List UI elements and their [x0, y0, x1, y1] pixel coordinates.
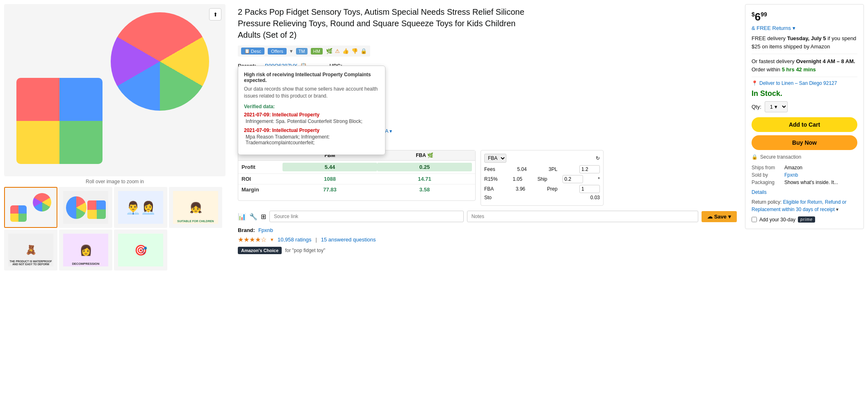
- brand-value[interactable]: Fpxnb: [258, 227, 273, 233]
- lock-icon-secure: 🔒: [752, 154, 758, 160]
- amazons-choice-for: for "pop fidget toy": [285, 248, 325, 253]
- share-button[interactable]: ⬆: [209, 8, 221, 20]
- delivery-separator: [752, 54, 857, 54]
- location-icon: 📍: [752, 80, 758, 86]
- toolbar-icon: 📋: [244, 48, 250, 54]
- ratings-count[interactable]: 10,958 ratings: [278, 237, 311, 243]
- leaf-icon: 🌿: [326, 48, 333, 54]
- toolbar-tm[interactable]: TM: [296, 48, 308, 55]
- fba-fee-label: FBA: [484, 186, 494, 192]
- thumbnail-6[interactable]: 👩 DECOMPRESSION: [59, 230, 112, 271]
- profit-table: FBM FBA 🌿 Profit 5.44 0.25 ROI 1088 14.7…: [238, 150, 476, 201]
- r15-label: R15%: [484, 176, 498, 182]
- packaging-row: Packaging Shows what's inside. It...: [752, 179, 857, 186]
- qty-row: Qty: 1 ▾: [752, 101, 857, 112]
- star-rating[interactable]: ★★★★☆: [238, 236, 267, 243]
- profit-fba: 0.25: [377, 163, 472, 171]
- notes-input[interactable]: [467, 211, 698, 222]
- free-returns[interactable]: & FREE Returns ▾: [752, 25, 857, 31]
- margin-label: Margin: [241, 187, 282, 193]
- thumbnail-1[interactable]: [4, 187, 57, 228]
- share-icon: ⬆: [213, 11, 218, 18]
- thumbup-icon: 👍: [342, 48, 349, 54]
- ip-detail-2: Mpa Reason Trademark; Infringement: Trad…: [244, 134, 379, 146]
- profit-row: Profit 5.44 0.25: [238, 161, 475, 174]
- roi-fba: 14.71: [377, 176, 472, 182]
- thumbnail-4[interactable]: 👧 SUITABLE FOR CHILDREN: [169, 187, 222, 228]
- prep-input[interactable]: [579, 185, 600, 193]
- order-within: Order within: [752, 66, 780, 73]
- answered-questions[interactable]: 15 answered questions: [321, 237, 376, 243]
- fba-sto-row: Sto 0.03: [484, 195, 600, 200]
- in-stock-status: In Stock.: [752, 89, 857, 98]
- thumbnail-4-label: SUITABLE FOR CHILDREN: [174, 220, 217, 223]
- tooltip-title: High risk of receiving Intellectual Prop…: [244, 72, 379, 83]
- refresh-icon[interactable]: ↻: [596, 155, 600, 161]
- fba-panel-header: FBA ↻: [484, 154, 600, 163]
- delivery-info: FREE delivery Tuesday, July 5 if you spe…: [752, 34, 857, 50]
- roi-label: ROI: [241, 176, 282, 182]
- deliver-to[interactable]: 📍 Deliver to Linen – San Diego 92127: [752, 80, 857, 86]
- ratings-sep: |: [315, 237, 317, 243]
- toolbar-offers-label: Offers: [271, 49, 283, 54]
- packaging-value: Shows what's inside. It...: [784, 179, 857, 186]
- source-notes-row: 📊 🔧 ⊞ ☁ Save ▾: [238, 211, 737, 222]
- ship-input[interactable]: [563, 175, 583, 183]
- buy-now-button[interactable]: Buy Now: [752, 135, 857, 150]
- toolbar-hm[interactable]: HM: [311, 48, 323, 55]
- fba-select[interactable]: FBA: [484, 154, 506, 163]
- ip-entry-2: 2021-07-09: Intellectual Property Mpa Re…: [244, 127, 379, 146]
- settings-icon[interactable]: 🔧: [249, 213, 257, 221]
- return-policy: Return policy: Eligible for Return, Refu…: [752, 198, 857, 213]
- chevron-icon[interactable]: ▾: [271, 237, 273, 243]
- product-title: 2 Packs Pop Fidget Sensory Toys, Autism …: [238, 6, 533, 41]
- thumbnail-6-label: DECOMPRESSION: [64, 262, 107, 266]
- details-link[interactable]: Details: [752, 189, 857, 195]
- return-chevron: ▾: [836, 207, 838, 212]
- margin-fbm: 77.83: [282, 187, 377, 193]
- fastest-time: Overnight 4 AM – 8 AM.: [796, 58, 855, 64]
- square-toy: [16, 78, 103, 164]
- ships-from-label: Ships from: [752, 164, 784, 171]
- ip-date-2: 2021-07-09: Intellectual Property: [244, 127, 379, 133]
- save-label: Save: [714, 214, 727, 220]
- thumbdown-icon: 👎: [351, 48, 358, 54]
- sold-by-value[interactable]: Fpxnb: [784, 171, 857, 179]
- fastest-label: Or fastest delivery: [752, 58, 795, 64]
- delivery-sep-2: [752, 77, 857, 77]
- thumbnail-3[interactable]: 👨‍💼👩‍💼: [114, 187, 167, 228]
- margin-row: Margin 77.83 3.58: [238, 184, 475, 195]
- thumbnail-7[interactable]: 🎯: [114, 230, 167, 271]
- thumbnail-grid: 👨‍💼👩‍💼 👧 SUITABLE FOR CHILDREN 🧸 THE PRO…: [4, 187, 226, 271]
- fba-panel: FBA ↻ Fees 5.04 3PL R15% 1.05 Ship: [481, 150, 604, 206]
- thumbnail-2[interactable]: [59, 187, 112, 228]
- fees-value: 5.04: [517, 166, 526, 172]
- qty-select[interactable]: 1 ▾: [765, 101, 788, 112]
- chart-icon[interactable]: 📊: [238, 213, 246, 221]
- profit-fbm: 5.44: [282, 163, 377, 171]
- toolbar-desc-btn[interactable]: 📋 Desc: [241, 48, 264, 55]
- thumbnail-5[interactable]: 🧸 THE PRODUCT IS WATERPROOF AND NOT EASY…: [4, 230, 57, 271]
- ship-label: Ship: [538, 176, 547, 182]
- tooltip-desc: Our data records show that some sellers …: [244, 86, 379, 100]
- ip-tooltip: High risk of receiving Intellectual Prop…: [238, 66, 385, 155]
- ships-from-value: Amazon: [784, 164, 857, 171]
- save-dropdown-icon: ▾: [728, 214, 731, 220]
- grid-icon[interactable]: ⊞: [261, 213, 266, 221]
- col-fba-header: FBA 🌿: [377, 152, 472, 158]
- 3pl-input[interactable]: [579, 165, 600, 173]
- delivery-date: Tuesday, July 5: [787, 35, 826, 41]
- prep-label: Prep: [547, 186, 557, 192]
- toolbar-offers-btn[interactable]: Offers: [268, 48, 287, 55]
- lock-icon: 🔒: [360, 48, 367, 54]
- packaging-label: Packaging: [752, 179, 784, 186]
- margin-fba: 3.58: [377, 187, 472, 193]
- fba-fee-row: FBA 3.96 Prep: [484, 185, 600, 193]
- fba-fees-row: Fees 5.04 3PL: [484, 165, 600, 173]
- ship-asterisk: *: [598, 176, 600, 182]
- source-input[interactable]: [269, 211, 464, 222]
- add-to-cart-button[interactable]: Add to Cart: [752, 117, 857, 132]
- add-30day-checkbox[interactable]: [752, 217, 757, 222]
- save-button[interactable]: ☁ Save ▾: [702, 211, 737, 222]
- zoom-hint: Roll over image to zoom in: [4, 179, 226, 184]
